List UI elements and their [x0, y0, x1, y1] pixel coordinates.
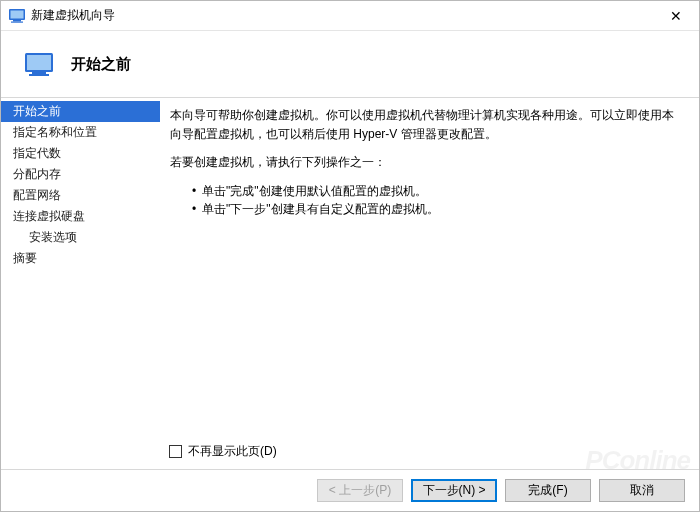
- sidebar-item-summary[interactable]: 摘要: [1, 248, 160, 269]
- sidebar-item-label: 指定名称和位置: [13, 125, 97, 139]
- prompt-text: 若要创建虚拟机，请执行下列操作之一：: [170, 153, 681, 172]
- sidebar-item-label: 摘要: [13, 251, 37, 265]
- page-title: 开始之前: [71, 55, 131, 74]
- svg-rect-2: [13, 20, 21, 22]
- sidebar-item-label: 指定代数: [13, 146, 61, 160]
- list-item: 单击"完成"创建使用默认值配置的虚拟机。: [192, 182, 681, 201]
- sidebar-item-name-location[interactable]: 指定名称和位置: [1, 122, 160, 143]
- titlebar-left: 新建虚拟机向导: [9, 7, 115, 24]
- sidebar-item-network[interactable]: 配置网络: [1, 185, 160, 206]
- bullet-list: 单击"完成"创建使用默认值配置的虚拟机。 单击"下一步"创建具有自定义配置的虚拟…: [192, 182, 681, 219]
- sidebar-item-install-options[interactable]: 安装选项: [1, 227, 160, 248]
- main-area: 开始之前 指定名称和位置 指定代数 分配内存 配置网络 连接虚拟硬盘 安装选项 …: [1, 97, 699, 469]
- sidebar-item-label: 开始之前: [13, 104, 61, 118]
- window-title: 新建虚拟机向导: [31, 7, 115, 24]
- content-pane: 本向导可帮助你创建虚拟机。你可以使用虚拟机代替物理计算机实现各种用途。可以立即使…: [160, 98, 699, 469]
- sidebar-item-label: 安装选项: [29, 230, 77, 244]
- svg-rect-1: [11, 11, 24, 19]
- previous-button: < 上一步(P): [317, 479, 403, 502]
- sidebar-item-memory[interactable]: 分配内存: [1, 164, 160, 185]
- svg-rect-5: [27, 55, 51, 70]
- sidebar-item-label: 分配内存: [13, 167, 61, 181]
- sidebar-item-vhd[interactable]: 连接虚拟硬盘: [1, 206, 160, 227]
- close-button[interactable]: ✕: [653, 1, 699, 30]
- next-button[interactable]: 下一步(N) >: [411, 479, 497, 502]
- intro-text: 本向导可帮助你创建虚拟机。你可以使用虚拟机代替物理计算机实现各种用途。可以立即使…: [170, 106, 681, 143]
- svg-rect-7: [29, 74, 49, 76]
- list-item: 单击"下一步"创建具有自定义配置的虚拟机。: [192, 200, 681, 219]
- wizard-footer: < 上一步(P) 下一步(N) > 完成(F) 取消: [1, 469, 699, 511]
- wizard-header: 开始之前: [1, 31, 699, 97]
- wizard-icon: [25, 52, 53, 76]
- cancel-button[interactable]: 取消: [599, 479, 685, 502]
- checkbox-icon: [169, 445, 182, 458]
- sidebar-item-generation[interactable]: 指定代数: [1, 143, 160, 164]
- finish-button[interactable]: 完成(F): [505, 479, 591, 502]
- wizard-steps: 开始之前 指定名称和位置 指定代数 分配内存 配置网络 连接虚拟硬盘 安装选项 …: [1, 98, 160, 469]
- sidebar-item-label: 连接虚拟硬盘: [13, 209, 85, 223]
- sidebar-item-before-begin[interactable]: 开始之前: [1, 101, 160, 122]
- checkbox-label: 不再显示此页(D): [188, 443, 277, 460]
- svg-rect-3: [11, 22, 23, 23]
- sidebar-item-label: 配置网络: [13, 188, 61, 202]
- titlebar: 新建虚拟机向导 ✕: [1, 1, 699, 31]
- close-icon: ✕: [670, 9, 682, 23]
- svg-rect-6: [32, 72, 46, 74]
- dont-show-again[interactable]: 不再显示此页(D): [169, 443, 277, 460]
- app-icon: [9, 8, 25, 23]
